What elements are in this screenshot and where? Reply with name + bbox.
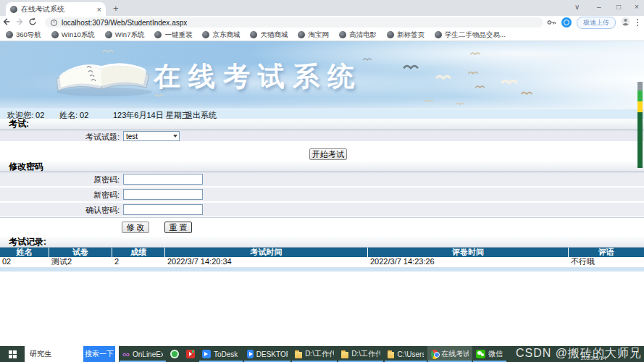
screen: 在线考试系统 × + ∨ – □ × localhost:3079/Web/St… bbox=[0, 0, 644, 362]
taskbar-item-wechat[interactable]: 微信 bbox=[472, 346, 507, 362]
bookmarks-bar: 360导航 Win10系统 Win7系统 一键重装 京东商城 天猫商城 淘宝网 … bbox=[0, 29, 644, 41]
start-button[interactable] bbox=[0, 346, 25, 362]
globe-icon bbox=[339, 31, 346, 38]
divider bbox=[0, 217, 644, 218]
bookmark-item[interactable]: 360导航 bbox=[6, 30, 41, 40]
open-book-image bbox=[46, 49, 155, 99]
globe-icon bbox=[51, 31, 59, 38]
new-tab-button[interactable]: + bbox=[113, 3, 119, 14]
scrollbar-marker-green[interactable] bbox=[637, 90, 643, 101]
cell-comment: 不行哦 bbox=[569, 257, 644, 267]
records-table-header: 姓名 试卷 成绩 考试时间 评卷时间 评语 bbox=[0, 248, 644, 257]
taskbar-item-folder-1[interactable]: D:\工作代... bbox=[291, 346, 338, 362]
windows-logo-icon bbox=[9, 350, 17, 358]
col-header: 评语 bbox=[569, 248, 644, 257]
browser-menu-icon[interactable] bbox=[635, 19, 640, 26]
bookmark-item[interactable]: 新标签页 bbox=[387, 30, 425, 40]
tab-close-icon[interactable]: × bbox=[97, 5, 101, 14]
taskbar-search[interactable]: 搜索一下 bbox=[25, 346, 119, 362]
col-header: 成绩 bbox=[112, 248, 165, 257]
back-icon[interactable] bbox=[0, 16, 13, 29]
scrollbar-marker-yellow[interactable] bbox=[637, 101, 643, 112]
minimize-button[interactable]: – bbox=[597, 3, 601, 11]
taskbar-item-green-app[interactable] bbox=[167, 346, 183, 362]
table-row: 02 测试2 2 2022/3/7 14:20:34 2022/3/7 14:2… bbox=[0, 257, 644, 267]
taskbar-item-folder-2[interactable]: D:\工作代... bbox=[338, 346, 384, 362]
password-section-header: 修改密码 bbox=[0, 161, 644, 172]
cell-exam-time: 2022/3/7 14:20:34 bbox=[165, 257, 368, 267]
browser-toolbar: localhost:3079/Web/StudentIndex.aspx 极速上… bbox=[0, 16, 644, 29]
bookmark-item[interactable]: 京东商城 bbox=[202, 30, 240, 40]
folder-icon bbox=[341, 352, 348, 358]
exam-question-row: 考试试题: test bbox=[0, 130, 644, 142]
taskbar-search-input[interactable] bbox=[30, 350, 67, 358]
records-section-header: 考试记录: bbox=[0, 237, 644, 248]
address-bar[interactable]: localhost:3079/Web/StudentIndex.aspx bbox=[45, 17, 543, 28]
new-password-row: 新密码: bbox=[0, 188, 644, 202]
profile-avatar-icon[interactable] bbox=[621, 16, 630, 29]
reset-button[interactable]: 重 置 bbox=[164, 222, 192, 233]
confirm-password-field[interactable] bbox=[123, 204, 203, 215]
bookmark-item[interactable]: 一键重装 bbox=[154, 30, 192, 40]
globe-icon bbox=[250, 31, 257, 38]
bookmark-item[interactable]: Win10系统 bbox=[51, 30, 95, 40]
bookmark-item[interactable]: 高清电影 bbox=[339, 30, 377, 40]
scrollbar-thumb[interactable] bbox=[637, 82, 643, 90]
key-icon[interactable] bbox=[547, 16, 556, 29]
folder-icon bbox=[388, 352, 394, 358]
bird-icon bbox=[520, 89, 533, 96]
browser-tab[interactable]: 在线考试系统 × bbox=[6, 2, 106, 16]
bird-icon bbox=[101, 47, 114, 54]
old-password-field[interactable] bbox=[123, 174, 203, 185]
maximize-button[interactable]: □ bbox=[616, 3, 621, 11]
modify-button[interactable]: 修 改 bbox=[122, 222, 149, 233]
taskbar-item-remote-desktop[interactable]: DESKTOP-... bbox=[243, 346, 291, 362]
scrollbar-marker-darkgreen[interactable] bbox=[637, 112, 643, 168]
globe-icon bbox=[202, 31, 209, 38]
tab-strip: 在线考试系统 × + ∨ – □ × bbox=[0, 0, 644, 16]
taskbar-item-media-player[interactable] bbox=[183, 346, 198, 362]
col-header: 考试时间 bbox=[165, 248, 368, 257]
bookmark-item[interactable]: Win7系统 bbox=[105, 30, 145, 40]
bookmark-item[interactable]: 学生二手物品交易... bbox=[435, 30, 506, 40]
folder-icon bbox=[295, 352, 302, 358]
globe-icon bbox=[154, 31, 162, 38]
col-header: 姓名 bbox=[0, 248, 49, 257]
bookmark-item[interactable]: 淘宝网 bbox=[298, 30, 329, 40]
bookmark-item[interactable]: 天猫商城 bbox=[250, 30, 288, 40]
cell-score: 2 bbox=[112, 257, 165, 267]
tab-search-icon[interactable]: ∨ bbox=[574, 3, 580, 11]
site-banner: 在线考试系统 bbox=[0, 41, 644, 109]
close-button[interactable]: × bbox=[635, 3, 639, 11]
chrome-icon bbox=[431, 350, 438, 359]
todesk-icon bbox=[247, 350, 254, 358]
globe-favicon-icon bbox=[10, 6, 17, 13]
exam-question-select[interactable]: test bbox=[123, 131, 180, 141]
taskbar-item-folder-3[interactable]: C:\Users\... bbox=[384, 346, 427, 362]
forward-icon[interactable] bbox=[13, 16, 26, 29]
taskbar-item-todesk[interactable]: ToDesk bbox=[198, 346, 243, 362]
taskbar-item-chrome[interactable]: 在线考试... bbox=[427, 346, 472, 362]
confirm-password-row: 确认密码: bbox=[0, 203, 644, 217]
banner-title: 在线考试系统 bbox=[154, 59, 362, 95]
site-info-icon[interactable] bbox=[51, 20, 57, 26]
globe-icon bbox=[435, 31, 442, 38]
start-exam-button[interactable]: 开始考试 bbox=[309, 148, 347, 160]
bird-icon bbox=[469, 50, 481, 56]
bird-icon bbox=[455, 101, 465, 106]
taskbar-item-visualstudio[interactable]: ∞ OnLineEx... bbox=[119, 346, 167, 362]
tab-title: 在线考试系统 bbox=[21, 4, 93, 14]
search-go-button[interactable]: 搜索一下 bbox=[83, 346, 115, 362]
url-text[interactable]: localhost:3079/Web/StudentIndex.aspx bbox=[62, 19, 187, 27]
speed-upload-button[interactable]: 极速上传 bbox=[577, 17, 616, 29]
wechat-icon bbox=[476, 350, 485, 358]
col-header: 试卷 bbox=[49, 248, 112, 257]
todesk-icon bbox=[202, 350, 211, 358]
confirm-password-label: 确认密码: bbox=[0, 205, 120, 216]
tray-date: 2023/6/14 bbox=[580, 355, 606, 361]
cell-grade-time: 2022/3/7 14:23:26 bbox=[368, 257, 569, 267]
new-password-field[interactable] bbox=[123, 189, 203, 200]
cloud-extension-icon[interactable] bbox=[561, 17, 572, 28]
welcome-bar: 欢迎您: 02 姓名: 02 123年6月14日 星期三 退出系统 bbox=[0, 109, 644, 119]
refresh-icon[interactable] bbox=[26, 16, 39, 29]
